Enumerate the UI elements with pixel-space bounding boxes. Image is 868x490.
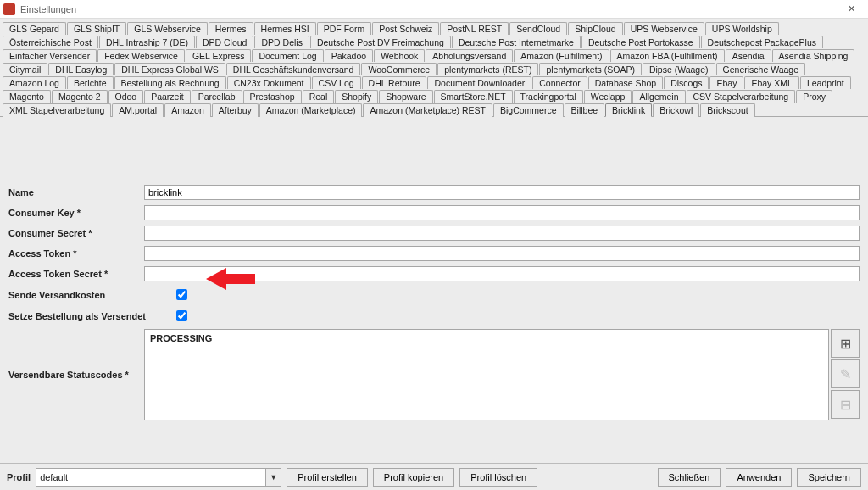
tab-dhl-express-global-ws[interactable]: DHL Express Global WS: [114, 63, 225, 75]
edit-icon: ✎: [840, 366, 851, 382]
tab-cn23x-dokument[interactable]: CN23x Dokument: [227, 76, 311, 89]
tab-dhl-easylog[interactable]: DHL Easylog: [48, 63, 114, 75]
tab-csv-stapelverarbeitung[interactable]: CSV Stapelverarbeitung: [687, 90, 796, 103]
tab-deutschepost-packageplus[interactable]: Deutschepost PackagePlus: [701, 36, 823, 48]
tab-prestashop[interactable]: Prestashop: [243, 90, 302, 103]
apply-button[interactable]: Anwenden: [726, 468, 792, 487]
profile-delete-button[interactable]: Profil löschen: [459, 468, 537, 487]
tab-amazon-fba-fulfillment-[interactable]: Amazon FBA (Fulfillment): [610, 49, 725, 62]
tab-amazon-marketplace-rest[interactable]: Amazon (Marketplace) REST: [363, 103, 492, 117]
tab-generische-waage[interactable]: Generische Waage: [716, 63, 806, 75]
tab-pdf-form[interactable]: PDF Form: [317, 22, 371, 35]
tab-berichte[interactable]: Berichte: [67, 76, 114, 89]
tab-ebay-xml[interactable]: Ebay XML: [744, 76, 798, 89]
tab-deutsche-post-internetmarke[interactable]: Deutsche Post Internetmarke: [452, 36, 581, 48]
tab-amazon-marketplace-[interactable]: Amazon (Marketplace): [259, 103, 363, 117]
tab--sterreichische-post[interactable]: Österreichische Post: [3, 36, 98, 48]
tab-postnl-rest[interactable]: PostNL REST: [440, 22, 509, 35]
save-button[interactable]: Speichern: [797, 468, 861, 487]
tab-odoo[interactable]: Odoo: [108, 90, 144, 103]
tab-pakadoo[interactable]: Pakadoo: [325, 49, 373, 62]
tab-dhl-retoure[interactable]: DHL Retoure: [362, 76, 427, 89]
consumer-secret-input[interactable]: [144, 226, 860, 241]
tab-hermes[interactable]: Hermes: [209, 22, 253, 35]
tab-shopware[interactable]: Shopware: [379, 90, 432, 103]
remove-status-button[interactable]: ⊟: [831, 390, 860, 419]
tab-shipcloud[interactable]: ShipCloud: [568, 22, 622, 35]
tab-trackingportal[interactable]: Trackingportal: [514, 90, 583, 103]
profile-combo[interactable]: default ▼: [36, 468, 281, 487]
tab-webhook[interactable]: Webhook: [374, 49, 425, 62]
tab-csv-log[interactable]: CSV Log: [312, 76, 361, 89]
tab-amazon-log[interactable]: Amazon Log: [3, 76, 66, 89]
tab-am-portal[interactable]: AM.portal: [112, 103, 164, 117]
tab-billbee[interactable]: Billbee: [565, 103, 605, 117]
label-set-shipped: Setze Bestellung als Versendet: [8, 311, 170, 321]
tab-bestellung-als-rechnung[interactable]: Bestellung als Rechnung: [114, 76, 226, 89]
access-token-secret-input[interactable]: [144, 266, 860, 281]
profile-create-button[interactable]: Profil erstellen: [287, 468, 368, 487]
tab-plentymarkets-rest-[interactable]: plentymarkets (REST): [437, 63, 538, 75]
tab-xml-stapelverarbeitung[interactable]: XML Stapelverarbeitung: [3, 103, 111, 117]
tab-smartstore-net[interactable]: SmartStore.NET: [434, 90, 513, 103]
tab-dhl-intraship-7-de-[interactable]: DHL Intraship 7 (DE): [99, 36, 195, 48]
tab-ups-worldship[interactable]: UPS Worldship: [705, 22, 779, 35]
tab-gls-shipit[interactable]: GLS ShipIT: [67, 22, 126, 35]
tab-weclapp[interactable]: Weclapp: [584, 90, 632, 103]
tab-real[interactable]: Real: [303, 90, 335, 103]
tab-database-shop[interactable]: Database Shop: [588, 76, 663, 89]
tab-paarzeit[interactable]: Paarzeit: [144, 90, 191, 103]
tab-parcellab[interactable]: Parcellab: [192, 90, 242, 103]
consumer-key-input[interactable]: [144, 205, 860, 220]
tab-shopify[interactable]: Shopify: [335, 90, 378, 103]
tab-gel-express[interactable]: GEL Express: [186, 49, 251, 62]
tab-sendcloud[interactable]: SendCloud: [509, 22, 567, 35]
tab-allgemein[interactable]: Allgemein: [632, 90, 685, 103]
name-input[interactable]: [144, 185, 860, 200]
tab-ebay[interactable]: Ebay: [709, 76, 743, 89]
profile-copy-button[interactable]: Profil kopieren: [373, 468, 454, 487]
tab-brickowl[interactable]: Brickowl: [653, 103, 699, 117]
tab-hermes-hsi[interactable]: Hermes HSI: [254, 22, 316, 35]
close-button[interactable]: Schließen: [658, 468, 721, 487]
tab-deutsche-post-portokasse[interactable]: Deutsche Post Portokasse: [581, 36, 700, 48]
tab-post-schweiz[interactable]: Post Schweiz: [372, 22, 439, 35]
tab-bigcommerce[interactable]: BigCommerce: [493, 103, 564, 117]
tab-deutsche-post-dv-freimachung[interactable]: Deutsche Post DV Freimachung: [310, 36, 451, 48]
tab-leadprint[interactable]: Leadprint: [800, 76, 851, 89]
tab-connector[interactable]: Connector: [532, 76, 587, 89]
tab-gls-webservice[interactable]: GLS Webservice: [127, 22, 208, 35]
tab-magento-2[interactable]: Magento 2: [52, 90, 108, 103]
tab-asendia-shipping[interactable]: Asendia Shipping: [772, 49, 855, 62]
set-shipped-checkbox[interactable]: [176, 310, 187, 321]
edit-status-button[interactable]: ✎: [831, 359, 860, 388]
tab-dipse-waage-[interactable]: Dipse (Waage): [643, 63, 715, 75]
tab-dpd-cloud[interactable]: DPD Cloud: [196, 36, 254, 48]
access-token-input[interactable]: [144, 246, 860, 261]
tab-document-downloader[interactable]: Document Downloader: [427, 76, 531, 89]
tab-bricklink[interactable]: Bricklink: [605, 103, 652, 117]
tab-dhl-gesch-ftskundenversand[interactable]: DHL Geschäftskundenversand: [226, 63, 361, 75]
add-status-button[interactable]: ⊞: [831, 329, 860, 358]
tab-afterbuy[interactable]: Afterbuy: [212, 103, 259, 117]
tab-ups-webservice[interactable]: UPS Webservice: [624, 22, 704, 35]
send-shipping-checkbox[interactable]: [176, 289, 187, 300]
tab-woocommerce[interactable]: WooCommerce: [361, 63, 437, 75]
tab-dpd-delis[interactable]: DPD Delis: [254, 36, 309, 48]
tab-amazon[interactable]: Amazon: [164, 103, 211, 117]
tab-proxy[interactable]: Proxy: [796, 90, 832, 103]
tab-citymail[interactable]: Citymail: [3, 63, 47, 75]
tab-discogs[interactable]: Discogs: [664, 76, 709, 89]
status-codes-list[interactable]: PROCESSING: [144, 329, 829, 420]
tab-abholungsversand[interactable]: Abholungsversand: [426, 49, 513, 62]
tab-gls-gepard[interactable]: GLS Gepard: [3, 22, 66, 35]
tab-amazon-fulfillment-[interactable]: Amazon (Fulfillment): [514, 49, 609, 62]
close-icon[interactable]: ✕: [834, 0, 868, 19]
tab-brickscout[interactable]: Brickscout: [700, 103, 754, 117]
tab-fedex-webservice[interactable]: Fedex Webservice: [97, 49, 185, 62]
tab-einfacher-versender[interactable]: Einfacher Versender: [3, 49, 97, 62]
tab-magento[interactable]: Magento: [3, 90, 51, 103]
tab-plentymarkets-soap-[interactable]: plentymarkets (SOAP): [539, 63, 641, 75]
tab-document-log[interactable]: Document Log: [252, 49, 323, 62]
tab-asendia[interactable]: Asendia: [726, 49, 771, 62]
